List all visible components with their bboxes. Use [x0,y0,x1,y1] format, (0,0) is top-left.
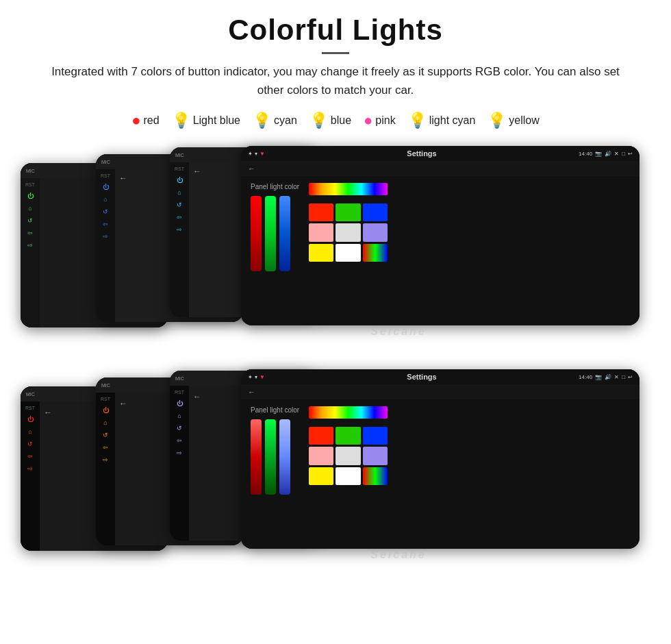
device-stack-bottom: MIC ⌂ Se RST ⏻ ⌂ ↺ [21,369,650,568]
bot-back-3: ↺ [177,425,182,432]
title-section: Colorful Lights Integrated with 7 colors… [21,14,650,99]
swatch-blue [363,203,388,222]
camera-icon: 📷 [595,151,602,157]
prev-icon: ⇦ [27,230,33,236]
top-bar-left-icons: MIC [26,169,35,173]
color-indicators-row: ● red 💡 Light blue 💡 cyan 💡 blue ● pink … [21,112,650,129]
mic-label: MIC [26,169,35,173]
power-icon: ⏻ [27,193,34,199]
next-icon-3: ⇨ [177,226,182,233]
color-label-lightblue: Light blue [193,114,240,127]
bot-swatch-blue [363,427,388,445]
next-icon-2: ⇨ [103,233,108,240]
back-arrow-icon-2: ← [119,173,127,183]
bot-swatch-purple [363,447,388,465]
bulb-icon-cyan: 💡 [253,112,271,129]
bot-mic-1: MIC [26,392,35,397]
bot-rst-1: RST [25,406,35,410]
green-bar [265,196,276,271]
back-arrow-icon-3: ← [193,166,201,176]
color-label-yellow: yellow [509,114,539,127]
wifi-icon: ▾ [255,151,257,157]
bot-sidebar-3: RST ⏻ ⌂ ↺ ⇦ ⇨ [170,386,189,541]
back-arrow-large: ← [248,164,255,173]
page-title: Colorful Lights [21,14,650,47]
color-item-yellow: 💡 yellow [488,112,539,129]
device-group-top: MIC ⌂ Se RST ⏻ ⌂ ↺ [21,146,650,345]
bot-green-bar [265,419,276,495]
bot-large-top-left: ✦ ▾ ▼ [248,374,265,380]
bot-prev-3: ⇦ [177,437,182,444]
rst-label-3: RST [175,166,184,171]
bot-swatch-pink [309,447,333,465]
bot-swatch-green [336,427,360,445]
bot-prev-2: ⇦ [103,444,108,451]
bot-mic-2: MIC [101,383,110,388]
home-small-icon: ⌂ [28,205,31,212]
bot-square-icon: □ [622,374,625,380]
large-main-content: Panel light color [241,176,640,278]
small-sidebar-2: RST ⏻ ⌂ ↺ ⇦ ⇨ [96,169,115,322]
swatch-green [336,203,360,222]
bot-power-3: ⏻ [177,400,183,407]
rst-label-2: RST [101,173,110,178]
bot-volume-icon: 🔊 [605,374,611,380]
large-top-right: 14:40 📷 🔊 ✕ □ ↩ [579,151,633,157]
color-label-lightcyan: light cyan [429,114,476,127]
bot-large-nav: ← [241,384,640,399]
devices-section: MIC ⌂ Se RST ⏻ ⌂ ↺ [21,146,650,568]
description-text: Integrated with 7 colors of button indic… [41,62,630,99]
device-card-top-large: ✦ ▾ ▼ Settings 14:40 📷 🔊 ✕ □ [241,146,640,325]
power-icon-3: ⏻ [177,177,183,184]
bot-rst-3: RST [175,390,184,395]
bot-prev-1: ⇦ [27,453,33,460]
bulb-icon-lightblue: 💡 [172,112,190,129]
color-bars [251,196,299,271]
bulb-icon-blue: 💡 [309,112,328,129]
mic-label-3: MIC [175,153,184,158]
swatch-white [336,223,360,242]
bot-time-display: 14:40 [579,374,592,380]
bot-wifi-icon: ▾ [255,374,257,380]
back-nav-icon: ↩ [628,151,633,157]
device-group-bottom: MIC ⌂ Se RST ⏻ ⌂ ↺ [21,369,650,568]
swatch-red [309,203,333,222]
blue-bar [279,196,290,271]
bot-panel-light-label: Panel light color [251,406,299,414]
bot-panel-info: Panel light color [251,406,299,495]
color-label-pink: pink [375,114,395,127]
time-display: 14:40 [579,151,592,157]
bot-back-1: ↺ [27,441,33,447]
settings-title: Settings [407,149,436,158]
color-item-lightcyan: 💡 light cyan [408,112,476,129]
color-item-cyan: 💡 cyan [253,112,297,129]
back-icon-2: ↺ [103,208,108,215]
bot-back-nav-icon: ↩ [628,374,633,380]
bot-x-icon: ✕ [614,374,619,380]
large-nav-bar: ← [241,161,640,176]
device-card-bot-large: ✦ ▾ ▼ Settings 14:40 📷 🔊 ✕ □ [241,369,640,549]
color-item-pink: ● pink [364,112,396,129]
mic-label-2: MIC [101,160,110,164]
power-icon-2: ⏻ [103,184,109,190]
next-icon: ⇨ [27,242,33,249]
bot-swatch-red [309,427,333,445]
swatch-yellow [309,244,333,262]
red-bar [251,196,262,271]
bulb-icon-red: ● [131,112,140,129]
volume-icon: 🔊 [605,151,611,157]
bot-rainbow-swatch [309,406,388,419]
page-container: Colorful Lights Integrated with 7 colors… [0,0,671,582]
bot-bluetooth-icon: ✦ [248,374,253,380]
watermark-bottom: Seicane [370,549,426,561]
bot-next-1: ⇨ [27,465,33,472]
bot-color-swatches-grid [309,406,388,485]
large-top-left: ✦ ▾ ▼ [248,151,265,157]
bot-power-1: ⏻ [27,416,34,423]
bot-next-2: ⇨ [103,456,108,463]
bot-back-arrow-2: ← [119,399,127,408]
bot-sidebar-2: RST ⏻ ⌂ ↺ ⇦ ⇨ [96,393,115,545]
color-swatches-grid [309,183,388,262]
bot-mic-3: MIC [175,376,184,381]
bot-back-arrow-large: ← [248,388,255,396]
